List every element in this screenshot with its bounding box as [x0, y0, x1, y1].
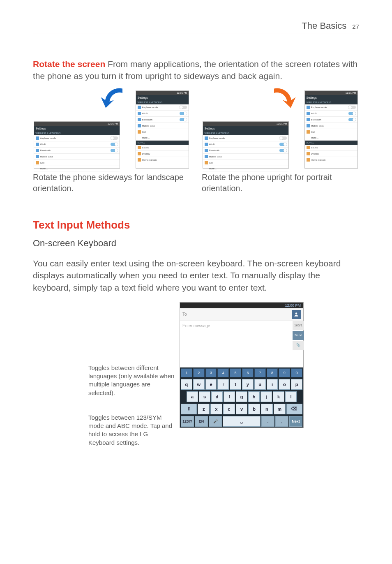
key-next[interactable]: Next [289, 416, 302, 427]
item-airplane[interactable]: Airplane mode [136, 104, 189, 111]
svg-point-0 [295, 312, 297, 314]
item-mobiledata[interactable]: Mobile data [34, 154, 120, 160]
to-field[interactable]: To [180, 308, 303, 321]
item-homescreen[interactable]: Home screen [305, 157, 357, 163]
key-9[interactable]: 9 [279, 368, 290, 377]
key-h[interactable]: h [248, 391, 260, 402]
item-call[interactable]: Call [203, 160, 288, 166]
item-mobiledata[interactable]: Mobile data [136, 123, 189, 129]
annotation-language-toggle: Toggles between different languages (onl… [88, 364, 175, 397]
item-bluetooth[interactable]: Bluetooth [34, 148, 120, 154]
key-1[interactable]: 1 [181, 368, 192, 377]
key-4[interactable]: 4 [217, 368, 229, 377]
caption-landscape: Rotate the phone sideways for landscape … [33, 172, 190, 194]
item-bluetooth[interactable]: Bluetooth [203, 148, 288, 154]
item-airplane[interactable]: Airplane mode [305, 104, 357, 111]
caption-portrait: Rotate the phone upright for portrait or… [202, 172, 359, 194]
item-bluetooth[interactable]: Bluetooth [305, 117, 357, 123]
key-q[interactable]: q [181, 379, 192, 390]
key-space[interactable]: ␣ [223, 416, 261, 427]
key-l[interactable]: l [285, 391, 297, 402]
key-m[interactable]: m [274, 404, 286, 414]
figure-landscape: 12:01 PM Settings WIRELESS & NETWORKS Ai… [34, 86, 190, 169]
key-v[interactable]: v [236, 404, 248, 414]
key-e[interactable]: e [205, 379, 217, 390]
key-d[interactable]: d [211, 391, 223, 402]
item-wifi[interactable]: Wi-Fi [136, 111, 189, 117]
item-more[interactable]: More... [305, 135, 357, 141]
attach-icon[interactable]: 📎 [293, 341, 304, 350]
item-call[interactable]: Call [305, 129, 357, 135]
key-b[interactable]: b [248, 404, 260, 414]
key-5[interactable]: 5 [230, 368, 241, 377]
key-n[interactable]: n [261, 404, 273, 414]
page-header: The Basics 27 [33, 21, 359, 33]
message-field[interactable]: Enter message 160/1 Send 📎 [180, 321, 303, 368]
item-mobiledata[interactable]: Mobile data [305, 123, 357, 129]
key-g[interactable]: g [236, 391, 247, 402]
key-backspace[interactable]: ⌫ [286, 404, 302, 414]
item-call[interactable]: Call [136, 129, 189, 135]
toggle-icon[interactable] [180, 106, 187, 109]
wireless-section: WIRELESS & NETWORKS [136, 100, 189, 104]
key-8[interactable]: 8 [267, 368, 278, 377]
item-homescreen[interactable]: Home screen [136, 157, 189, 163]
key-0[interactable]: 0 [291, 368, 302, 377]
page-number: 27 [352, 23, 359, 30]
item-more[interactable]: More... [34, 166, 120, 171]
rotate-right-arrow-icon [268, 84, 297, 113]
key-2[interactable]: 2 [193, 368, 205, 377]
toggle-icon[interactable] [111, 149, 118, 152]
key-a[interactable]: a [187, 391, 198, 402]
item-wifi[interactable]: Wi-Fi [34, 141, 120, 148]
key-k[interactable]: k [273, 391, 284, 402]
qwerty-row3: ⇧ z x c v b n m ⌫ [180, 403, 303, 415]
item-airplane[interactable]: Airplane mode [203, 135, 288, 141]
device-section: DEVICE [136, 141, 189, 145]
key-mic-icon[interactable]: 🎤 [209, 416, 222, 427]
item-wifi[interactable]: Wi-Fi [305, 111, 357, 117]
toggle-icon[interactable] [180, 118, 187, 121]
key-7[interactable]: 7 [254, 368, 266, 377]
key-x[interactable]: x [210, 404, 222, 414]
item-more[interactable]: More... [136, 135, 189, 141]
key-t[interactable]: t [230, 379, 241, 390]
key-p[interactable]: p [291, 379, 302, 390]
key-u[interactable]: u [254, 379, 266, 390]
key-language[interactable]: EN [195, 416, 208, 427]
key-o[interactable]: o [279, 379, 290, 390]
key-w[interactable]: w [193, 379, 205, 390]
item-wifi[interactable]: Wi-Fi [203, 141, 288, 148]
item-more[interactable]: More... [203, 166, 288, 171]
key-comma[interactable]: , [275, 416, 288, 427]
toggle-icon[interactable] [180, 112, 187, 115]
key-dot[interactable]: . [261, 416, 274, 427]
key-6[interactable]: 6 [242, 368, 254, 377]
key-r[interactable]: r [217, 379, 229, 390]
toggle-icon[interactable] [111, 143, 118, 146]
item-sound[interactable]: Sound [305, 145, 357, 151]
item-display[interactable]: Display [305, 151, 357, 157]
item-mobiledata[interactable]: Mobile data [203, 154, 288, 160]
send-button[interactable]: Send [293, 331, 304, 340]
key-z[interactable]: z [198, 404, 210, 414]
rotate-left-arrow-icon [99, 84, 128, 113]
msg-placeholder: Enter message [182, 324, 210, 328]
item-sound[interactable]: Sound [136, 145, 189, 151]
key-sym[interactable]: 123!? [181, 416, 194, 427]
key-shift[interactable]: ⇧ [181, 404, 197, 414]
key-i[interactable]: i [267, 379, 278, 390]
contact-icon[interactable] [292, 310, 301, 319]
key-c[interactable]: c [223, 404, 235, 414]
item-call[interactable]: Call [34, 160, 120, 166]
wireless-section: WIRELESS & NETWORKS [34, 131, 120, 135]
key-y[interactable]: y [242, 379, 254, 390]
key-3[interactable]: 3 [205, 368, 217, 377]
item-bluetooth[interactable]: Bluetooth [136, 117, 189, 123]
toggle-icon[interactable] [111, 136, 118, 140]
key-f[interactable]: f [224, 391, 235, 402]
item-display[interactable]: Display [136, 151, 189, 157]
item-airplane[interactable]: Airplane mode [34, 135, 120, 141]
key-j[interactable]: j [261, 391, 272, 402]
key-s[interactable]: s [199, 391, 210, 402]
